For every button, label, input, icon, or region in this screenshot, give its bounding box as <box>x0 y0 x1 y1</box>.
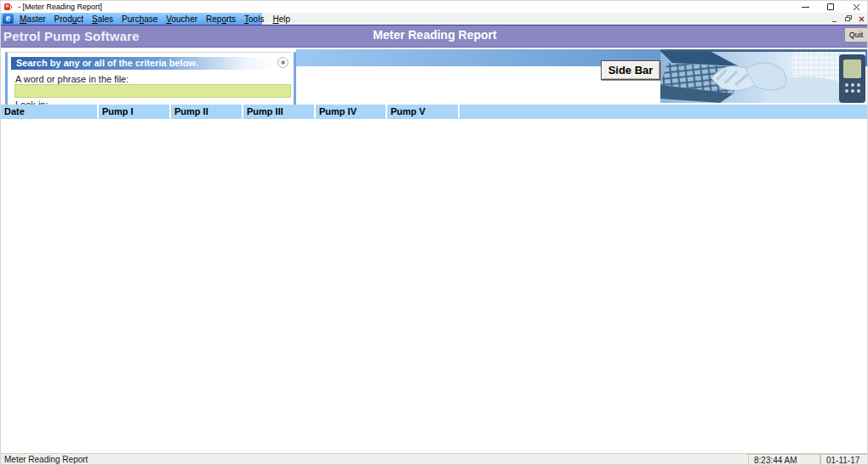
close-icon <box>853 3 860 11</box>
status-date: 01-11-17 <box>820 454 868 465</box>
menu-bar-blue-segment: e MasterProductSalesPurchaseVoucherRepor… <box>1 13 262 25</box>
close-icon <box>859 16 865 22</box>
menu-item-purchase[interactable]: Purchase <box>122 14 157 24</box>
menu-bar: e MasterProductSalesPurchaseVoucherRepor… <box>1 13 868 25</box>
menu-item-voucher[interactable]: Voucher <box>166 14 197 24</box>
search-panel-title: Search by any or all of the criteria bel… <box>11 57 277 70</box>
child-system-menu-icon[interactable]: e <box>3 14 14 24</box>
quit-button[interactable]: Quit <box>844 27 868 43</box>
child-close-button[interactable] <box>857 14 866 24</box>
status-bar: Meter Reading Report 8:23:44 AM 01-11-17 <box>1 453 868 465</box>
status-text: Meter Reading Report <box>1 454 748 465</box>
menu-item-tools[interactable]: Tools <box>244 14 264 24</box>
app-icon[interactable] <box>3 3 12 11</box>
column-header-date[interactable]: Date <box>1 105 97 119</box>
column-header-pump-v[interactable]: Pump V <box>387 105 458 119</box>
window-title: - [Meter Reading Report] <box>18 3 102 11</box>
column-header-pump-iv[interactable]: Pump IV <box>316 105 385 119</box>
minimize-icon <box>802 7 809 8</box>
column-header-pump-i[interactable]: Pump I <box>99 105 169 119</box>
search-phrase-input[interactable] <box>14 84 291 98</box>
app-header: Petrol Pump Software Meter Reading Repor… <box>1 26 868 48</box>
maximize-icon <box>827 3 834 10</box>
menu-items: MasterProductSalesPurchaseVoucherReports… <box>20 14 290 24</box>
menu-item-product[interactable]: Product <box>54 14 83 24</box>
minimize-icon <box>832 21 837 22</box>
side-bar-button[interactable]: Side Bar <box>601 60 660 80</box>
window-titlebar: - [Meter Reading Report] <box>1 1 868 13</box>
column-header-filler <box>460 105 868 119</box>
banner-photo <box>660 49 865 103</box>
menu-item-sales[interactable]: Sales <box>92 14 113 24</box>
table-header-row: DatePump IPump IIPump IIIPump IVPump V <box>1 105 868 119</box>
application-window: - [Meter Reading Report] e MasterProduct… <box>0 0 868 465</box>
column-header-pump-iii[interactable]: Pump III <box>243 105 314 119</box>
collapse-icon[interactable]: ∗ <box>277 57 288 68</box>
menu-item-reports[interactable]: Reports <box>206 14 236 24</box>
column-header-pump-ii[interactable]: Pump II <box>171 105 242 119</box>
search-phrase-label: A word or phrase in the file: <box>15 74 128 84</box>
menu-item-help[interactable]: Help <box>272 14 290 24</box>
search-panel: Search by any or all of the criteria bel… <box>5 52 296 105</box>
page-title: Meter Reading Report <box>1 28 868 42</box>
status-time: 8:23:44 AM <box>748 454 820 465</box>
child-restore-button[interactable] <box>843 14 853 24</box>
window-controls <box>792 1 868 13</box>
restore-icon <box>845 15 852 22</box>
child-window-controls <box>830 14 866 24</box>
table-body <box>1 120 868 453</box>
window-minimize-button[interactable] <box>792 1 818 13</box>
window-close-button[interactable] <box>843 1 868 13</box>
child-minimize-button[interactable] <box>830 14 839 24</box>
menu-item-master[interactable]: Master <box>20 14 46 24</box>
window-maximize-button[interactable] <box>818 1 843 13</box>
